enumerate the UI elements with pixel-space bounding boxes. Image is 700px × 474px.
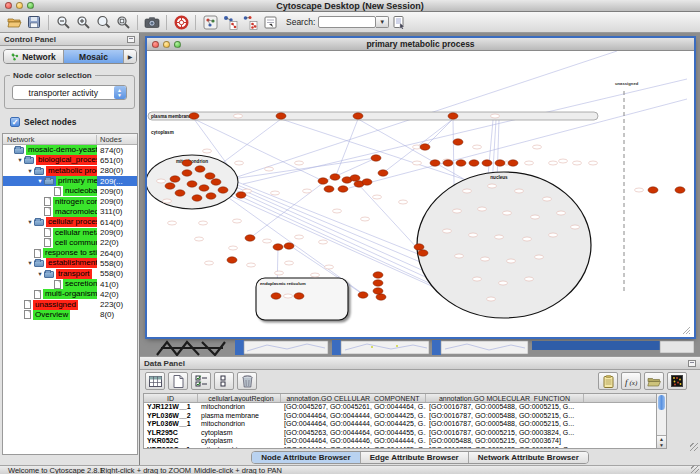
tree-row[interactable]: cellular metabo209(0) bbox=[3, 227, 137, 237]
tree-row[interactable]: ▼primary metabo209(... bbox=[3, 176, 137, 186]
network-node[interactable] bbox=[284, 243, 294, 249]
tree-row[interactable]: ▼metabolic process280(0) bbox=[3, 166, 137, 176]
network-node[interactable] bbox=[495, 160, 505, 166]
search-options-button[interactable] bbox=[389, 13, 409, 32]
network-node[interactable] bbox=[362, 179, 372, 185]
network-node[interactable] bbox=[218, 187, 228, 193]
window-resize-grip[interactable] bbox=[683, 327, 690, 334]
network-node[interactable] bbox=[453, 139, 463, 145]
network-node[interactable] bbox=[170, 176, 180, 182]
network-node[interactable] bbox=[508, 160, 518, 166]
network-view-titlebar[interactable]: primary metabolic process bbox=[147, 38, 694, 51]
network-node[interactable] bbox=[350, 175, 360, 181]
tree-row[interactable]: unassigned223(0) bbox=[3, 299, 137, 309]
network-node[interactable] bbox=[211, 179, 221, 185]
table-column-header[interactable]: _cellularLayoutRegion bbox=[198, 394, 281, 402]
network-node[interactable] bbox=[236, 192, 246, 198]
network-node[interactable] bbox=[182, 170, 192, 176]
tab-mosaic[interactable]: Mosaic bbox=[64, 50, 124, 63]
float-panel-icon[interactable] bbox=[127, 36, 135, 43]
network-node[interactable] bbox=[273, 244, 283, 250]
attribute-table[interactable]: ID_cellularLayoutRegionannotation.GO CEL… bbox=[143, 393, 665, 449]
search-dropdown-button[interactable]: ▼ bbox=[376, 16, 389, 28]
tree-expand-arrow[interactable]: ▼ bbox=[36, 271, 44, 277]
scrollbar-thumb[interactable] bbox=[658, 395, 665, 410]
tree-expand-arrow[interactable]: ▼ bbox=[36, 178, 44, 184]
network-node[interactable] bbox=[378, 170, 388, 176]
help-button[interactable] bbox=[171, 13, 191, 32]
node-color-attribute-select[interactable]: transporter activity ▲▼ bbox=[12, 85, 127, 100]
tree-row[interactable]: nucleobase-209(0) bbox=[3, 186, 137, 196]
snapshot-button[interactable] bbox=[142, 13, 162, 32]
table-column-header[interactable]: ID bbox=[144, 394, 198, 402]
annotation-button[interactable] bbox=[598, 372, 618, 390]
tab-node-attribute-browser[interactable]: Node Attribute Browser bbox=[252, 452, 361, 463]
scrollbar-arrows[interactable]: ▲▼ bbox=[657, 435, 666, 448]
zoom-out-button[interactable] bbox=[53, 13, 73, 32]
tab-overflow-button[interactable]: ▶ bbox=[124, 50, 136, 63]
table-column-header[interactable]: annotation.GO MOLECULAR_FUNCTION bbox=[426, 394, 584, 402]
tab-network-attribute-browser[interactable]: Network Attribute Browser bbox=[469, 452, 588, 463]
network-node[interactable] bbox=[373, 272, 383, 278]
network-node[interactable] bbox=[192, 195, 202, 201]
network-node[interactable] bbox=[245, 235, 255, 241]
network-node[interactable] bbox=[318, 178, 328, 184]
table-row[interactable]: YDR039C__1mitochondrion[GO:0044464, GO:0… bbox=[144, 446, 664, 449]
network-node[interactable] bbox=[648, 187, 658, 193]
table-row[interactable]: YJR121W__1mitochondrion[GO:0045267, GO:0… bbox=[144, 403, 664, 412]
main-titlebar[interactable]: Cytoscape Desktop (New Session) bbox=[0, 0, 700, 12]
network-node[interactable] bbox=[443, 160, 453, 166]
tree-row[interactable]: macromolecule311(0) bbox=[3, 207, 137, 217]
tree-row[interactable]: ▼transport558(0) bbox=[3, 269, 137, 279]
network-node[interactable] bbox=[276, 113, 286, 119]
attribute-table-button[interactable] bbox=[145, 372, 165, 390]
zoom-fit-button[interactable] bbox=[113, 13, 133, 32]
tree-row[interactable]: nitrogen compo209(0) bbox=[3, 196, 137, 206]
tree-expand-arrow[interactable]: ▼ bbox=[16, 157, 24, 163]
network-node[interactable] bbox=[324, 186, 334, 192]
network-node[interactable] bbox=[376, 294, 386, 300]
network-node[interactable] bbox=[271, 293, 281, 299]
network-node[interactable] bbox=[187, 181, 197, 187]
delete-attribute-button[interactable] bbox=[237, 372, 257, 390]
table-row[interactable]: YPL036W__2plasma membrane[GO:0044464, GO… bbox=[144, 412, 664, 421]
network-node[interactable] bbox=[448, 113, 458, 119]
network-node[interactable] bbox=[205, 173, 215, 179]
network-node[interactable] bbox=[358, 292, 368, 298]
tree-row[interactable]: multi-organism pro42(0) bbox=[3, 289, 137, 299]
table-row[interactable]: YPL036W__1mitochondrion[GO:0044464, GO:0… bbox=[144, 420, 664, 429]
tab-edge-attribute-browser[interactable]: Edge Attribute Browser bbox=[361, 452, 469, 463]
table-scrollbar[interactable]: ▲▼ bbox=[656, 393, 667, 449]
network-node[interactable] bbox=[182, 160, 192, 166]
network-node[interactable] bbox=[420, 144, 430, 150]
new-attribute-button[interactable] bbox=[168, 372, 188, 390]
network-node[interactable] bbox=[165, 183, 175, 189]
network-node[interactable] bbox=[418, 250, 428, 256]
network-canvas[interactable]: plasma membrane cytoplasm mitochondrion … bbox=[147, 51, 692, 336]
tree-row[interactable]: Overview8(0) bbox=[3, 310, 137, 320]
tab-network[interactable]: Network bbox=[4, 50, 64, 63]
tree-row[interactable]: mosaic-demo-yeast874(0) bbox=[3, 145, 137, 155]
network-view-window[interactable]: primary metabolic process plasma membran… bbox=[147, 38, 694, 337]
tree-expand-arrow[interactable]: ▼ bbox=[26, 168, 34, 174]
zoom-in-button[interactable] bbox=[73, 13, 93, 32]
network-node[interactable] bbox=[373, 280, 383, 286]
float-panel-icon[interactable] bbox=[688, 360, 696, 367]
tree-column-network[interactable]: Network bbox=[3, 135, 97, 144]
table-row[interactable]: YLR295Ccytoplasm[GO:0045263, GO:0044464,… bbox=[144, 429, 664, 438]
panel-resize-grip[interactable] bbox=[690, 443, 698, 451]
network-node[interactable] bbox=[338, 186, 348, 192]
window-resize-grip[interactable] bbox=[691, 465, 699, 473]
network-node[interactable] bbox=[330, 174, 340, 180]
tree-row[interactable]: cell communicat22(0) bbox=[3, 238, 137, 248]
import-attributes-button[interactable] bbox=[260, 13, 280, 32]
network-node[interactable] bbox=[430, 160, 440, 166]
zoom-selected-region-button[interactable] bbox=[93, 13, 113, 32]
network-node[interactable] bbox=[414, 244, 424, 250]
network-node[interactable] bbox=[373, 288, 383, 294]
unselect-attributes-button[interactable] bbox=[214, 372, 234, 390]
tree-row[interactable]: response to stimulu264(0) bbox=[3, 248, 137, 258]
network-node[interactable] bbox=[206, 193, 216, 199]
network-node[interactable] bbox=[456, 160, 466, 166]
open-file-button[interactable] bbox=[4, 13, 24, 32]
